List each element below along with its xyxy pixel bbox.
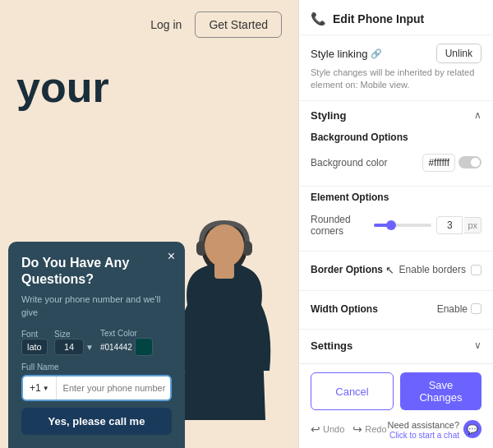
style-linking-header: Style linking 🔗 Unlink [311,44,481,63]
border-enable-checkbox[interactable] [471,265,481,275]
width-enable-label: Enable [437,303,468,315]
action-buttons: Cancel Save Changes [311,372,481,410]
rounded-slider[interactable] [374,224,431,227]
divider-3 [299,290,493,291]
border-options-title: Border Options [311,264,383,275]
font-label: Font [21,330,48,339]
footer-bottom: ↩ Undo ↪ Redo Need assistance? Click to … [311,418,481,440]
phone-modal: × Do You Have Any Questions? Write your … [8,242,185,448]
background-options-body: Background Options Background color #fff… [299,128,493,184]
panel-title: Edit Phone Input [333,12,424,25]
settings-chevron-icon: ∨ [474,339,481,351]
modal-title: Do You Have Any Questions? [21,255,172,289]
font-label-group: Font lato [21,330,48,355]
assistance-group: Need assistance? Click to start a chat [388,418,459,440]
edit-icon: 🔗 [371,48,382,59]
style-linking-section: Style linking 🔗 Unlink Style changes wil… [299,35,493,101]
px-value-input[interactable]: 3 [436,216,463,234]
border-options-body: Border Options ↖ Enable borders [299,253,493,289]
rounded-corners-row: Rounded corners 3 px [311,210,481,241]
size-label-group: Size 14 ▼ [54,330,94,355]
nav-bar: Log in Get Started [0,0,298,49]
divider-2 [299,251,493,252]
chat-icon: 💬 [467,424,478,435]
divider-1 [299,186,493,187]
width-options-body: Width Options Enable [299,293,493,327]
color-hex-display: #ffffff [428,157,449,169]
modal-close-button[interactable]: × [168,250,175,263]
panel-header: 📞 Edit Phone Input [299,0,493,35]
toggle-knob [471,158,480,167]
modal-overlay: × Do You Have Any Questions? Write your … [0,148,298,448]
px-input-group: 3 px [436,216,481,234]
svg-point-4 [205,224,244,267]
call-me-button[interactable]: Yes, please call me [21,408,172,435]
undo-redo-group: ↩ Undo ↪ Redo [311,423,387,436]
style-linking-description: Style changes will be inherited by relat… [311,67,481,92]
hero-line1: your [16,66,298,109]
full-name-label: Full Name [21,363,172,372]
element-options-title: Element Options [311,192,481,203]
redo-label: Redo [365,424,386,434]
width-enable-control: Enable [437,303,481,315]
redo-button[interactable]: ↪ Redo [352,423,386,436]
hero-text: your [0,49,298,109]
canvas-preview: Log in Get Started your × Do You Have An… [0,0,298,448]
font-controls-row: Font lato Size 14 ▼ Text Color #014442 [21,329,172,356]
phone-icon: 📞 [311,12,326,26]
size-label: Size [54,330,94,339]
properties-panel: 📞 Edit Phone Input Style linking 🔗 Unlin… [298,0,493,448]
color-label-group: Text Color #014442 [100,329,153,356]
unlink-button[interactable]: Unlink [436,44,481,63]
assistance-text: Need assistance? [388,420,459,430]
settings-section-title: Settings [311,339,352,352]
nav-cta-button[interactable]: Get Started [195,12,282,38]
slider-thumb [386,220,396,230]
size-stepper[interactable]: ▼ [85,343,94,352]
undo-button[interactable]: ↩ Undo [311,423,344,436]
chat-bubble-icon[interactable]: 💬 [463,420,481,438]
px-unit-label: px [464,217,481,233]
rounded-corners-control: 3 px [374,216,481,234]
style-linking-title: Style linking 🔗 [311,48,382,60]
redo-icon: ↪ [352,423,362,436]
nav-login-link[interactable]: Log in [150,18,182,31]
color-swatch[interactable] [135,338,153,356]
text-color-label: Text Color [100,329,153,338]
border-enable-control: ↖ Enable borders [385,264,481,276]
cursor-icon: ↖ [385,264,394,276]
element-options-body: Element Options Rounded corners 3 px [299,188,493,249]
phone-input-field[interactable]: +1 ▼ [21,375,172,401]
color-input-group[interactable]: #ffffff [422,154,455,172]
width-enable-checkbox[interactable] [471,303,481,314]
phone-prefix: +1 ▼ [23,376,57,400]
background-color-label: Background color [311,157,387,169]
width-options-title: Width Options [311,303,378,315]
styling-section-header[interactable]: Styling ∧ [299,101,493,128]
color-hex-value: #014442 [100,343,132,352]
rounded-corners-label: Rounded corners [311,214,374,237]
divider-4 [299,329,493,330]
size-input[interactable]: 14 [54,339,84,355]
width-options-row: Width Options Enable [311,299,481,319]
border-enable-label: Enable borders [399,264,466,275]
background-color-row: Background color #ffffff [311,150,481,176]
prefix-chevron: ▼ [43,385,49,392]
modal-subtitle: Write your phone number and we'll give [21,293,172,319]
save-button[interactable]: Save Changes [400,372,481,410]
border-options-row: Border Options ↖ Enable borders [311,260,481,280]
phone-number-input[interactable] [57,383,172,393]
background-color-control[interactable]: #ffffff [422,154,481,172]
color-toggle[interactable] [458,156,481,169]
undo-label: Undo [323,424,344,434]
styling-section-title: Styling [311,109,346,122]
background-options-title: Background Options [311,132,481,143]
assistance-link[interactable]: Click to start a chat [388,431,459,440]
cancel-button[interactable]: Cancel [311,372,394,410]
panel-content: Style linking 🔗 Unlink Style changes wil… [299,35,493,363]
settings-section-header[interactable]: Settings ∨ [299,331,493,358]
undo-icon: ↩ [311,423,320,436]
panel-footer: Cancel Save Changes ↩ Undo ↪ Redo Need a… [299,363,493,448]
font-select[interactable]: lato [21,339,48,355]
styling-chevron-icon: ∧ [474,109,481,121]
